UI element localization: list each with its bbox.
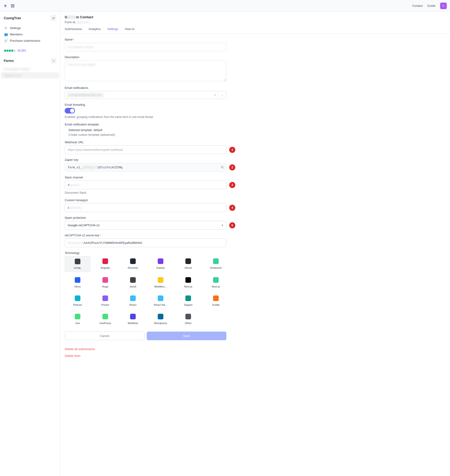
guide-link[interactable]: Guide bbox=[427, 4, 435, 7]
name-input[interactable] bbox=[65, 43, 226, 51]
tech-swatch bbox=[158, 314, 163, 319]
contact-link[interactable]: Contact bbox=[412, 4, 423, 7]
tech-swatch bbox=[102, 295, 108, 301]
tech-name: Gridsome bbox=[210, 266, 222, 269]
rating-stars bbox=[4, 50, 15, 52]
copy-icon[interactable] bbox=[220, 166, 224, 170]
save-button[interactable]: Save bbox=[147, 332, 226, 340]
tech-item-html[interactable]: HTML bbox=[65, 256, 90, 272]
forms-header: Forms + bbox=[0, 56, 60, 65]
tab-analytics[interactable]: Analytics bbox=[89, 27, 101, 34]
tech-item-react-na-[interactable]: React Na... bbox=[148, 293, 173, 309]
add-form-button[interactable]: + bbox=[51, 58, 56, 64]
tech-item-gridsome[interactable]: Gridsome bbox=[203, 256, 229, 272]
tech-grid: HTMLAngularEleventyGatsbyGhostGridsomeHe… bbox=[65, 256, 291, 327]
webhook-input[interactable] bbox=[65, 145, 226, 154]
chevron-down-icon[interactable]: ⌄ bbox=[220, 93, 224, 97]
tech-item-hugo[interactable]: Hugo bbox=[92, 275, 118, 290]
disconnect-slack-link[interactable]: Disconnect Slack bbox=[65, 191, 291, 194]
email-thread-block: Email threading Enabled: grouping notifi… bbox=[65, 103, 291, 119]
tech-name: Hexo bbox=[75, 285, 81, 288]
main-header: Githubm Contact Form id: abc123xy Submis… bbox=[60, 12, 450, 34]
tech-name: Vue bbox=[75, 322, 80, 325]
tech-item-next-js[interactable]: Next.js bbox=[175, 275, 201, 290]
workspace-name: CuongTran bbox=[4, 16, 21, 20]
workspace-header: CuongTran ⇄ bbox=[0, 12, 60, 24]
tab-settings[interactable]: Settings bbox=[107, 27, 118, 34]
tech-name: HTML bbox=[74, 267, 81, 269]
honeypot-input[interactable]: customhp bbox=[65, 203, 226, 212]
tech-swatch bbox=[213, 258, 219, 264]
tech-swatch bbox=[158, 277, 163, 283]
tech-item-ghost[interactable]: Ghost bbox=[175, 256, 201, 272]
cart-icon: 🛒 bbox=[4, 39, 7, 42]
tech-name: Angular bbox=[101, 266, 110, 269]
description-input[interactable] bbox=[65, 60, 226, 81]
tab-submissions[interactable]: Submissions bbox=[65, 27, 82, 34]
tech-name: Pelican bbox=[73, 303, 82, 306]
tech-name: React Na... bbox=[154, 303, 167, 306]
form-list-item[interactable]: Hidden Form bbox=[1, 72, 59, 78]
tech-item-nuxt-js[interactable]: Nuxt.js bbox=[203, 275, 229, 290]
tech-name: Ghost bbox=[185, 266, 192, 269]
tech-item-sapper[interactable]: Sapper bbox=[175, 293, 201, 309]
tech-name: VuePress bbox=[99, 322, 111, 325]
tech-swatch bbox=[213, 295, 219, 301]
tech-item-other[interactable]: Other bbox=[175, 311, 201, 327]
recaptcha-input[interactable]: 6LdxxxxxxxAAAOPsuUYLYN8lMDHm6PEpaRoBMvMJ bbox=[65, 238, 226, 247]
email-notif-select[interactable]: cuongtran@example.com × ⌄ bbox=[65, 91, 226, 99]
tech-name: Hugo bbox=[102, 285, 108, 288]
tech-item-vue[interactable]: Vue bbox=[65, 311, 90, 327]
clear-icon[interactable]: × bbox=[213, 93, 217, 97]
sidebar-item-purchase[interactable]: 🛒 Purchase submissions bbox=[2, 37, 58, 44]
tech-item-vuepress[interactable]: VuePress bbox=[92, 311, 118, 327]
form-id-row: Form id: abc123xy bbox=[65, 20, 446, 24]
create-template-link[interactable]: Create custom template (advanced) bbox=[68, 133, 291, 137]
delete-form-link[interactable]: Delete form bbox=[65, 354, 291, 357]
spam-label: Spam protection bbox=[65, 216, 291, 220]
annotation-marker: 1 bbox=[229, 147, 235, 153]
sidebar-item-settings[interactable]: ⚙ Settings bbox=[2, 25, 58, 31]
email-notif-label: Email notifications bbox=[65, 86, 291, 89]
email-template-block: Email notification template Selected tem… bbox=[65, 123, 291, 137]
tech-swatch bbox=[185, 314, 191, 319]
tech-item-eleventy[interactable]: Eleventy bbox=[120, 256, 146, 272]
tech-swatch bbox=[75, 314, 80, 319]
delete-submissions-link[interactable]: Delete all submissions bbox=[65, 347, 291, 351]
tech-swatch bbox=[102, 258, 108, 264]
tech-item-angular[interactable]: Angular bbox=[92, 256, 118, 272]
tab-howto[interactable]: How-to bbox=[125, 27, 135, 34]
description-label: Description bbox=[65, 56, 291, 59]
form-id-label: Form id: bbox=[65, 20, 76, 24]
swap-workspace-icon[interactable]: ⇄ bbox=[50, 15, 56, 21]
tech-item-jekyll[interactable]: Jekyll bbox=[120, 275, 146, 290]
sidebar-item-label: Members bbox=[10, 33, 23, 36]
tech-item-middlem-[interactable]: Middlem... bbox=[148, 275, 173, 290]
tech-item-preact[interactable]: Preact bbox=[92, 293, 118, 309]
zapier-label: Zapier key bbox=[65, 158, 291, 161]
form-list-item[interactable]: Formspark Contact bbox=[1, 66, 59, 72]
forms-label: Forms bbox=[4, 59, 14, 63]
tech-item-hexo[interactable]: Hexo bbox=[65, 275, 90, 290]
slack-input[interactable]: #general bbox=[65, 181, 226, 189]
sidebar-item-members[interactable]: 👥 Members bbox=[2, 31, 58, 37]
logo-icon bbox=[3, 4, 7, 8]
tech-item-webflow[interactable]: Webflow bbox=[120, 311, 146, 327]
annotation-marker: 5 bbox=[229, 222, 235, 228]
tech-item-wordpress[interactable]: Wordpress bbox=[148, 311, 173, 327]
tech-item-react[interactable]: React bbox=[120, 293, 146, 309]
tech-item-pelican[interactable]: Pelican bbox=[65, 293, 90, 309]
tech-item-gatsby[interactable]: Gatsby bbox=[148, 256, 173, 272]
email-thread-toggle[interactable] bbox=[65, 108, 75, 113]
tech-name: Nuxt.js bbox=[212, 285, 220, 288]
tech-item-svelte[interactable]: Svelte bbox=[203, 293, 229, 309]
tech-name: Next.js bbox=[184, 285, 192, 288]
spam-select[interactable]: Google reCAPTCHA v2 ▲▼ bbox=[65, 221, 226, 230]
honeypot-label: Custom honeypot bbox=[65, 199, 291, 202]
menu-icon[interactable] bbox=[11, 5, 15, 7]
avatar[interactable]: C bbox=[440, 3, 447, 9]
email-notif-block: Email notifications cuongtran@example.co… bbox=[65, 86, 291, 99]
tech-swatch bbox=[185, 277, 191, 283]
sidebar-nav: ⚙ Settings 👥 Members 🛒 Purchase submissi… bbox=[0, 24, 60, 47]
cancel-button[interactable]: Cancel bbox=[65, 332, 144, 340]
